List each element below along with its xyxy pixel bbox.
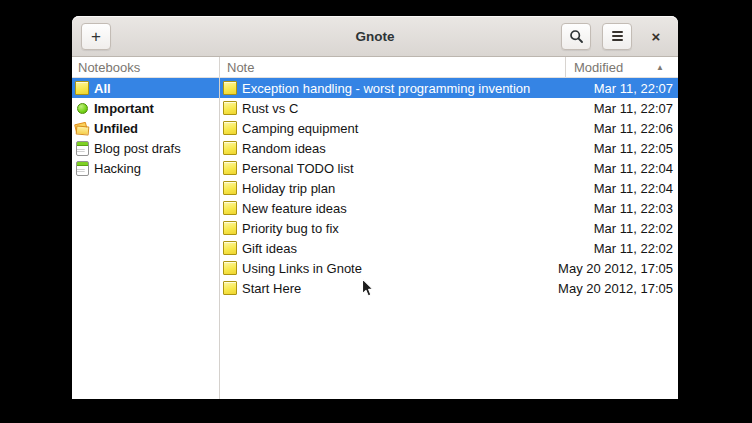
note-title: Camping equipment	[242, 121, 358, 136]
note-icon	[223, 221, 237, 235]
note-icon	[223, 101, 237, 115]
column-header-note[interactable]: Note	[220, 57, 565, 77]
notebook-label: Blog post drafs	[94, 141, 181, 156]
note-row[interactable]: Using Links in Gnote May 20 2012, 17:05	[220, 258, 678, 278]
titlebar-right-controls: ×	[561, 23, 669, 50]
notepad-icon	[75, 141, 89, 155]
plus-icon: +	[91, 28, 101, 45]
note-row[interactable]: Start Here May 20 2012, 17:05	[220, 278, 678, 298]
notebook-label: Unfiled	[94, 121, 138, 136]
search-button[interactable]	[561, 23, 591, 50]
column-header-modified[interactable]: Modified ▲	[565, 57, 678, 77]
notebook-row[interactable]: All	[72, 78, 219, 98]
note-icon	[223, 201, 237, 215]
close-icon: ×	[652, 28, 661, 45]
unfiled-notes-icon	[75, 121, 89, 135]
note-title: Holiday trip plan	[242, 181, 335, 196]
note-modified-date: May 20 2012, 17:05	[558, 261, 678, 276]
notepad-icon	[75, 161, 89, 175]
note-header-label: Note	[227, 60, 254, 75]
note-modified-date: Mar 11, 22:04	[594, 161, 678, 176]
note-icon	[223, 281, 237, 295]
note-icon	[223, 81, 237, 95]
notebook-row[interactable]: Hacking	[72, 158, 219, 178]
desktop: { "titlebar": { "title": "Gnote", "new_n…	[0, 0, 752, 423]
close-button[interactable]: ×	[643, 23, 669, 49]
note-modified-date: Mar 11, 22:02	[594, 241, 678, 256]
notebook-row[interactable]: Blog post drafs	[72, 138, 219, 158]
menu-button[interactable]	[602, 23, 632, 50]
note-title: New feature ideas	[242, 201, 347, 216]
note-title: Rust vs C	[242, 101, 298, 116]
note-row[interactable]: Personal TODO list Mar 11, 22:04	[220, 158, 678, 178]
note-modified-date: Mar 11, 22:05	[594, 141, 678, 156]
gnote-window: + Gnote × Notebooks Note Modi	[72, 16, 678, 399]
note-icon	[75, 81, 89, 95]
note-row[interactable]: Gift ideas Mar 11, 22:02	[220, 238, 678, 258]
notebook-label: All	[94, 81, 111, 96]
sort-ascending-icon: ▲	[656, 63, 664, 72]
note-title: Random ideas	[242, 141, 326, 156]
titlebar[interactable]: + Gnote ×	[72, 16, 678, 57]
note-modified-date: Mar 11, 22:03	[594, 201, 678, 216]
note-modified-date: Mar 11, 22:07	[594, 81, 678, 96]
note-row[interactable]: Random ideas Mar 11, 22:05	[220, 138, 678, 158]
note-title: Exception handling - worst programming i…	[242, 81, 530, 96]
note-row[interactable]: Rust vs C Mar 11, 22:07	[220, 98, 678, 118]
note-modified-date: Mar 11, 22:07	[594, 101, 678, 116]
note-row[interactable]: Camping equipment Mar 11, 22:06	[220, 118, 678, 138]
note-row[interactable]: Priority bug to fix Mar 11, 22:02	[220, 218, 678, 238]
notebooks-list: All Important Unfiled Blog post drafs Ha…	[72, 78, 220, 399]
notebook-label: Important	[94, 101, 154, 116]
note-row[interactable]: Holiday trip plan Mar 11, 22:04	[220, 178, 678, 198]
important-dot-icon	[75, 101, 89, 115]
notebook-row[interactable]: Unfiled	[72, 118, 219, 138]
notebook-label: Hacking	[94, 161, 141, 176]
notebooks-header-label: Notebooks	[78, 60, 140, 75]
note-icon	[223, 181, 237, 195]
note-icon	[223, 261, 237, 275]
notebook-row[interactable]: Important	[72, 98, 219, 118]
note-title: Personal TODO list	[242, 161, 354, 176]
column-header-row: Notebooks Note Modified ▲	[72, 57, 678, 78]
note-title: Start Here	[242, 281, 301, 296]
note-title: Gift ideas	[242, 241, 297, 256]
note-row[interactable]: New feature ideas Mar 11, 22:03	[220, 198, 678, 218]
note-modified-date: Mar 11, 22:04	[594, 181, 678, 196]
note-icon	[223, 161, 237, 175]
note-title: Priority bug to fix	[242, 221, 339, 236]
notes-list: Exception handling - worst programming i…	[220, 78, 678, 399]
window-title: Gnote	[356, 29, 395, 44]
new-note-button[interactable]: +	[81, 23, 111, 50]
modified-header-label: Modified	[574, 60, 623, 75]
note-icon	[223, 141, 237, 155]
column-header-notebooks[interactable]: Notebooks	[72, 57, 220, 77]
note-modified-date: Mar 11, 22:02	[594, 221, 678, 236]
note-icon	[223, 241, 237, 255]
note-title: Using Links in Gnote	[242, 261, 362, 276]
note-modified-date: May 20 2012, 17:05	[558, 281, 678, 296]
note-icon	[223, 121, 237, 135]
hamburger-menu-icon	[612, 31, 623, 41]
note-row[interactable]: Exception handling - worst programming i…	[220, 78, 678, 98]
content-panes: All Important Unfiled Blog post drafs Ha…	[72, 78, 678, 399]
search-icon	[569, 29, 584, 44]
note-modified-date: Mar 11, 22:06	[594, 121, 678, 136]
